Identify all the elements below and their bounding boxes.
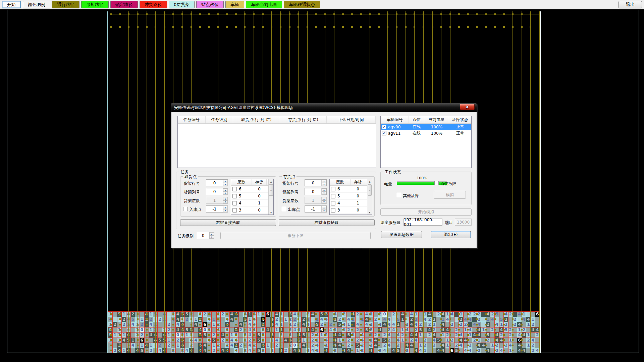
outbound-checkbox[interactable] <box>282 207 286 211</box>
task-col-header[interactable]: 下达日期/时间 <box>327 116 376 123</box>
toolbar-button-shortest-path[interactable]: 最短路径 <box>81 1 109 8</box>
vehicle-row[interactable]: ✔agv11在线100%正常 <box>381 130 471 136</box>
toolbar-button-locked-path[interactable]: 锁定路径 <box>110 1 138 8</box>
layer-checkbox[interactable] <box>331 201 335 205</box>
layer-checkbox[interactable] <box>331 194 335 198</box>
spin-down-icon[interactable]: ▼ <box>223 192 228 195</box>
vehicle-col-header[interactable]: 通信 <box>409 116 424 123</box>
scroll-down-icon[interactable]: ▼ <box>269 210 273 215</box>
vehicle-id: agv11 <box>388 131 400 136</box>
outbound-spinner[interactable]: -1 ▲▼ <box>305 205 327 213</box>
spin-up-icon[interactable]: ▲ <box>209 232 214 236</box>
spin-down-icon[interactable]: ▼ <box>322 192 326 195</box>
scroll-down-icon[interactable]: ▼ <box>367 210 372 215</box>
vehicle-col-header[interactable]: 当前电量 <box>424 116 449 123</box>
spin-up-icon[interactable]: ▲ <box>322 206 326 209</box>
spin-down-icon[interactable]: ▼ <box>223 209 228 213</box>
layer-checkbox[interactable] <box>232 194 237 198</box>
stock-col-header: 存货 <box>252 179 267 185</box>
task-level-label: 任务级别 <box>177 233 194 239</box>
vehicle-table-header: 车辆编号通信当前电量故障状态 <box>381 116 471 124</box>
task-col-header[interactable]: 任务级别 <box>206 116 233 123</box>
spinner-arrows[interactable]: ▲▼ <box>223 180 228 186</box>
toolbar-button-level0-shelf[interactable]: 0层货架 <box>169 1 195 8</box>
storage-layer-table[interactable]: 层数存货6050413020▲≡▼ <box>329 179 372 215</box>
layer-row[interactable]: 20 <box>330 214 372 215</box>
layer-row[interactable]: 60 <box>330 186 372 193</box>
layer-checkbox[interactable] <box>232 201 237 205</box>
pickup-row-spinner[interactable]: 0 ▲▼ <box>206 179 228 186</box>
inbound-checkbox[interactable] <box>183 207 187 211</box>
scroll-thumb[interactable]: ≡ <box>269 184 273 196</box>
task-col-header[interactable]: 取货点(行-列-层) <box>233 116 280 123</box>
scroll-up-icon[interactable]: ▲ <box>367 179 372 184</box>
storage-col-spinner[interactable]: 0 ▲▼ <box>305 188 327 195</box>
storage-row-spinner[interactable]: 0 ▲▼ <box>305 179 327 186</box>
exit-button[interactable]: 退出 <box>619 1 642 8</box>
storage-group-label: 存货点 <box>282 174 297 180</box>
vehicle-checkbox[interactable]: ✔ <box>382 131 386 135</box>
layer-row[interactable]: 50 <box>231 193 273 200</box>
toolbar-button-start[interactable]: 开始 <box>2 1 21 8</box>
layer-row[interactable]: 50 <box>330 193 372 200</box>
toolbar-button-vehicle-link[interactable]: 车辆联通状态 <box>284 1 320 8</box>
task-table[interactable]: 任务编号任务级别取货点(行-列-层)存货点(行-列-层)下达日期/时间 <box>177 116 376 168</box>
spinner-arrows[interactable]: ▲▼ <box>321 180 326 186</box>
layer-checkbox[interactable] <box>232 208 237 213</box>
layer-row[interactable]: 30 <box>330 207 372 214</box>
spinner-arrows[interactable]: ▲▼ <box>321 206 326 212</box>
storage-pick-button[interactable]: 右键直接拾取 <box>279 219 375 226</box>
vehicle-col-header[interactable]: 车辆编号 <box>381 116 409 123</box>
spin-up-icon[interactable]: ▲ <box>322 188 326 192</box>
toolbar-button-pass-path[interactable]: 通行路径 <box>52 1 79 8</box>
spinner-arrows[interactable]: ▲▼ <box>209 232 214 239</box>
pickup-col-spinner[interactable]: 0 ▲▼ <box>206 188 228 195</box>
toolbar-button-color-legend[interactable]: 颜色图例 <box>23 1 50 8</box>
layer-row[interactable]: 41 <box>330 200 372 207</box>
toolbar-button-vehicle-battery[interactable]: 车辆当前电量 <box>246 1 282 8</box>
layer-checkbox[interactable] <box>232 187 237 191</box>
layer-row[interactable]: 60 <box>231 186 273 193</box>
toolbar-button-station-occupy[interactable]: 站点占位 <box>196 1 224 8</box>
spin-down-icon[interactable]: ▼ <box>322 183 326 186</box>
spin-down-icon[interactable]: ▼ <box>322 209 326 213</box>
other-fault-checkbox[interactable] <box>397 193 401 197</box>
pickup-layer-table[interactable]: 层数存货6050413020▲≡▼ <box>231 179 274 215</box>
spinner-arrows[interactable]: ▲▼ <box>223 188 228 195</box>
scroll-up-icon[interactable]: ▲ <box>269 179 273 184</box>
task-col-header[interactable]: 存货点(行-列-层) <box>280 116 327 123</box>
layer-checkbox[interactable] <box>331 187 335 191</box>
mini-scrollbar[interactable]: ▲≡▼ <box>367 179 372 215</box>
spinner-arrows[interactable]: ▲▼ <box>321 188 326 195</box>
dialog-exit-button[interactable]: 退出(E) <box>431 231 471 238</box>
layer-row[interactable]: 41 <box>231 200 273 207</box>
vehicle-col-header[interactable]: 故障状态 <box>449 116 471 123</box>
pickup-pick-button[interactable]: 右键直接拾取 <box>180 219 276 226</box>
task-col-header[interactable]: 任务编号 <box>178 116 206 123</box>
toolbar-button-vehicle[interactable]: 车辆 <box>225 1 244 8</box>
spin-down-icon[interactable]: ▼ <box>209 236 214 239</box>
spin-up-icon[interactable]: ▲ <box>223 188 228 192</box>
spinner-arrows[interactable]: ▲▼ <box>223 206 228 212</box>
send-data-button[interactable]: 发送现场数据 <box>381 231 422 238</box>
spin-up-icon[interactable]: ▲ <box>223 206 228 209</box>
inbound-spinner[interactable]: -1 ▲▼ <box>206 205 228 213</box>
spin-up-icon[interactable]: ▲ <box>223 180 228 183</box>
toolbar-button-conflict-path[interactable]: 冲突路径 <box>140 1 167 8</box>
vehicle-row[interactable]: ✔agv00在线100%正常 <box>381 124 471 130</box>
mini-scrollbar[interactable]: ▲≡▼ <box>268 179 273 215</box>
task-level-spinner[interactable]: 0 ▲▼ <box>197 232 214 239</box>
layer-checkbox[interactable] <box>331 208 335 213</box>
spin-down-icon[interactable]: ▼ <box>223 183 228 186</box>
stock-cell: 0 <box>252 208 267 213</box>
vehicle-checkbox[interactable]: ✔ <box>382 125 386 129</box>
layer-row[interactable]: 30 <box>231 207 273 214</box>
dialog-titlebar[interactable]: 安徽依诺玛智能科技有限公司-AGVs调度监控系统(WCS)-模拟现场 X <box>171 103 477 112</box>
server-input[interactable]: 192. 168. 000. 001 <box>404 219 442 226</box>
layer-row[interactable]: 20 <box>231 214 273 215</box>
comm-fault-checkbox[interactable] <box>434 181 439 185</box>
close-icon[interactable]: X <box>460 104 475 110</box>
spin-up-icon[interactable]: ▲ <box>322 180 326 183</box>
scroll-thumb[interactable]: ≡ <box>368 184 372 196</box>
vehicle-table[interactable]: 车辆编号通信当前电量故障状态 ✔agv00在线100%正常✔agv11在线100… <box>380 116 472 168</box>
